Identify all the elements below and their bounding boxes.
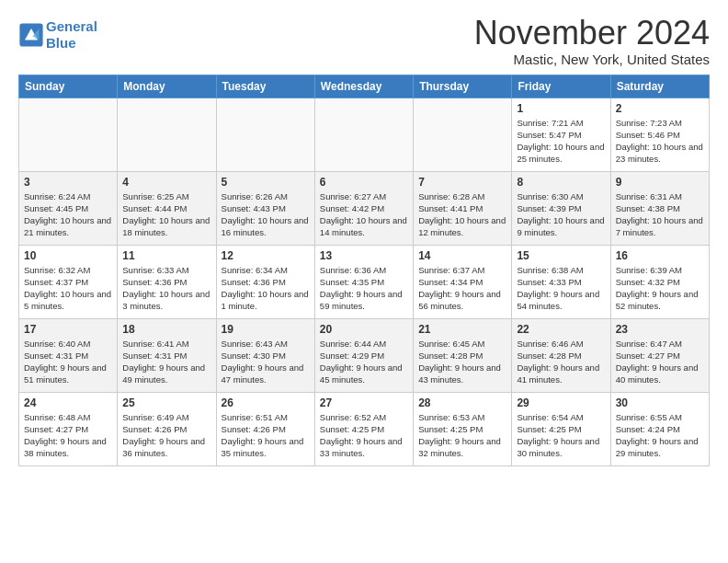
calendar-cell: 17Sunrise: 6:40 AM Sunset: 4:31 PM Dayli… bbox=[19, 318, 118, 392]
day-number: 30 bbox=[616, 396, 704, 409]
day-number: 12 bbox=[222, 249, 310, 262]
day-number: 7 bbox=[418, 176, 506, 189]
day-info: Sunrise: 6:32 AM Sunset: 4:37 PM Dayligh… bbox=[24, 264, 112, 313]
day-number: 16 bbox=[616, 249, 704, 262]
weekday-header-thursday: Thursday bbox=[414, 75, 512, 98]
weekday-header-tuesday: Tuesday bbox=[216, 75, 314, 98]
calendar-cell: 20Sunrise: 6:44 AM Sunset: 4:29 PM Dayli… bbox=[314, 318, 413, 392]
day-info: Sunrise: 6:43 AM Sunset: 4:30 PM Dayligh… bbox=[222, 338, 310, 386]
day-info: Sunrise: 6:47 AM Sunset: 4:27 PM Dayligh… bbox=[616, 338, 704, 386]
day-info: Sunrise: 6:38 AM Sunset: 4:33 PM Dayligh… bbox=[517, 264, 605, 313]
day-info: Sunrise: 6:53 AM Sunset: 4:25 PM Dayligh… bbox=[418, 411, 506, 460]
calendar-cell bbox=[216, 98, 314, 171]
day-number: 14 bbox=[418, 249, 506, 262]
month-title: November 2024 bbox=[474, 15, 710, 52]
calendar-cell: 29Sunrise: 6:54 AM Sunset: 4:25 PM Dayli… bbox=[512, 392, 610, 465]
day-info: Sunrise: 6:25 AM Sunset: 4:44 PM Dayligh… bbox=[122, 190, 210, 239]
calendar-cell: 25Sunrise: 6:49 AM Sunset: 4:26 PM Dayli… bbox=[118, 392, 216, 465]
calendar-cell: 8Sunrise: 6:30 AM Sunset: 4:39 PM Daylig… bbox=[512, 171, 610, 245]
calendar-cell: 26Sunrise: 6:51 AM Sunset: 4:26 PM Dayli… bbox=[216, 392, 314, 465]
calendar-week-row: 24Sunrise: 6:48 AM Sunset: 4:27 PM Dayli… bbox=[19, 392, 710, 465]
day-number: 27 bbox=[320, 396, 408, 409]
day-number: 10 bbox=[24, 249, 112, 262]
weekday-header-saturday: Saturday bbox=[610, 75, 709, 98]
day-info: Sunrise: 6:54 AM Sunset: 4:25 PM Dayligh… bbox=[517, 411, 605, 460]
day-number: 20 bbox=[320, 323, 408, 336]
day-number: 5 bbox=[222, 176, 310, 189]
calendar-cell: 18Sunrise: 6:41 AM Sunset: 4:31 PM Dayli… bbox=[118, 318, 216, 392]
calendar-week-row: 17Sunrise: 6:40 AM Sunset: 4:31 PM Dayli… bbox=[19, 318, 710, 392]
page: General Blue November 2024 Mastic, New Y… bbox=[0, 0, 728, 476]
day-number: 1 bbox=[517, 102, 605, 115]
calendar-week-row: 10Sunrise: 6:32 AM Sunset: 4:37 PM Dayli… bbox=[19, 245, 710, 318]
calendar-cell: 28Sunrise: 6:53 AM Sunset: 4:25 PM Dayli… bbox=[414, 392, 512, 465]
day-number: 6 bbox=[320, 176, 408, 189]
weekday-header-sunday: Sunday bbox=[19, 75, 118, 98]
calendar-cell bbox=[19, 98, 118, 171]
calendar-cell: 15Sunrise: 6:38 AM Sunset: 4:33 PM Dayli… bbox=[512, 245, 610, 318]
day-number: 11 bbox=[122, 249, 210, 262]
day-number: 8 bbox=[517, 176, 605, 189]
day-info: Sunrise: 6:26 AM Sunset: 4:43 PM Dayligh… bbox=[222, 190, 310, 239]
day-info: Sunrise: 6:27 AM Sunset: 4:42 PM Dayligh… bbox=[320, 190, 408, 239]
day-info: Sunrise: 7:23 AM Sunset: 5:46 PM Dayligh… bbox=[616, 117, 704, 166]
day-number: 29 bbox=[517, 396, 605, 409]
day-number: 2 bbox=[616, 102, 704, 115]
day-info: Sunrise: 6:46 AM Sunset: 4:28 PM Dayligh… bbox=[517, 338, 605, 386]
day-info: Sunrise: 6:31 AM Sunset: 4:38 PM Dayligh… bbox=[616, 190, 704, 239]
day-info: Sunrise: 6:51 AM Sunset: 4:26 PM Dayligh… bbox=[222, 411, 310, 460]
calendar-cell: 7Sunrise: 6:28 AM Sunset: 4:41 PM Daylig… bbox=[414, 171, 512, 245]
calendar-cell: 4Sunrise: 6:25 AM Sunset: 4:44 PM Daylig… bbox=[118, 171, 216, 245]
day-number: 24 bbox=[24, 396, 112, 409]
day-info: Sunrise: 6:48 AM Sunset: 4:27 PM Dayligh… bbox=[24, 411, 112, 460]
day-number: 4 bbox=[122, 176, 210, 189]
day-info: Sunrise: 6:34 AM Sunset: 4:36 PM Dayligh… bbox=[222, 264, 310, 313]
calendar-cell bbox=[118, 98, 216, 171]
day-number: 21 bbox=[418, 323, 506, 336]
calendar-cell: 12Sunrise: 6:34 AM Sunset: 4:36 PM Dayli… bbox=[216, 245, 314, 318]
logo: General Blue bbox=[18, 18, 97, 52]
weekday-header-row: SundayMondayTuesdayWednesdayThursdayFrid… bbox=[19, 75, 710, 98]
calendar-cell: 24Sunrise: 6:48 AM Sunset: 4:27 PM Dayli… bbox=[19, 392, 118, 465]
calendar-cell: 27Sunrise: 6:52 AM Sunset: 4:25 PM Dayli… bbox=[314, 392, 413, 465]
calendar-cell: 21Sunrise: 6:45 AM Sunset: 4:28 PM Dayli… bbox=[414, 318, 512, 392]
calendar-cell bbox=[314, 98, 413, 171]
calendar-cell: 16Sunrise: 6:39 AM Sunset: 4:32 PM Dayli… bbox=[610, 245, 709, 318]
day-info: Sunrise: 6:41 AM Sunset: 4:31 PM Dayligh… bbox=[122, 338, 210, 386]
day-number: 18 bbox=[122, 323, 210, 336]
calendar-cell: 19Sunrise: 6:43 AM Sunset: 4:30 PM Dayli… bbox=[216, 318, 314, 392]
calendar-cell: 14Sunrise: 6:37 AM Sunset: 4:34 PM Dayli… bbox=[414, 245, 512, 318]
day-number: 17 bbox=[24, 323, 112, 336]
day-info: Sunrise: 6:36 AM Sunset: 4:35 PM Dayligh… bbox=[320, 264, 408, 313]
calendar-cell: 2Sunrise: 7:23 AM Sunset: 5:46 PM Daylig… bbox=[610, 98, 709, 171]
day-info: Sunrise: 6:30 AM Sunset: 4:39 PM Dayligh… bbox=[517, 190, 605, 239]
day-info: Sunrise: 6:45 AM Sunset: 4:28 PM Dayligh… bbox=[418, 338, 506, 386]
day-number: 22 bbox=[517, 323, 605, 336]
location: Mastic, New York, United States bbox=[474, 52, 710, 67]
calendar-cell: 22Sunrise: 6:46 AM Sunset: 4:28 PM Dayli… bbox=[512, 318, 610, 392]
weekday-header-wednesday: Wednesday bbox=[314, 75, 413, 98]
calendar-cell: 13Sunrise: 6:36 AM Sunset: 4:35 PM Dayli… bbox=[314, 245, 413, 318]
day-info: Sunrise: 6:49 AM Sunset: 4:26 PM Dayligh… bbox=[122, 411, 210, 460]
calendar-cell: 9Sunrise: 6:31 AM Sunset: 4:38 PM Daylig… bbox=[610, 171, 709, 245]
day-info: Sunrise: 6:40 AM Sunset: 4:31 PM Dayligh… bbox=[24, 338, 112, 386]
calendar-cell: 5Sunrise: 6:26 AM Sunset: 4:43 PM Daylig… bbox=[216, 171, 314, 245]
calendar-cell: 6Sunrise: 6:27 AM Sunset: 4:42 PM Daylig… bbox=[314, 171, 413, 245]
logo-icon bbox=[18, 22, 44, 48]
logo-text: General Blue bbox=[46, 18, 97, 52]
title-block: November 2024 Mastic, New York, United S… bbox=[474, 15, 710, 67]
day-number: 25 bbox=[122, 396, 210, 409]
calendar-cell: 3Sunrise: 6:24 AM Sunset: 4:45 PM Daylig… bbox=[19, 171, 118, 245]
header: General Blue November 2024 Mastic, New Y… bbox=[18, 15, 710, 67]
day-info: Sunrise: 7:21 AM Sunset: 5:47 PM Dayligh… bbox=[517, 117, 605, 166]
day-number: 28 bbox=[418, 396, 506, 409]
calendar-cell: 23Sunrise: 6:47 AM Sunset: 4:27 PM Dayli… bbox=[610, 318, 709, 392]
calendar-cell: 11Sunrise: 6:33 AM Sunset: 4:36 PM Dayli… bbox=[118, 245, 216, 318]
day-info: Sunrise: 6:52 AM Sunset: 4:25 PM Dayligh… bbox=[320, 411, 408, 460]
day-info: Sunrise: 6:37 AM Sunset: 4:34 PM Dayligh… bbox=[418, 264, 506, 313]
day-info: Sunrise: 6:39 AM Sunset: 4:32 PM Dayligh… bbox=[616, 264, 704, 313]
calendar-cell: 10Sunrise: 6:32 AM Sunset: 4:37 PM Dayli… bbox=[19, 245, 118, 318]
weekday-header-friday: Friday bbox=[512, 75, 610, 98]
day-number: 13 bbox=[320, 249, 408, 262]
day-info: Sunrise: 6:44 AM Sunset: 4:29 PM Dayligh… bbox=[320, 338, 408, 386]
